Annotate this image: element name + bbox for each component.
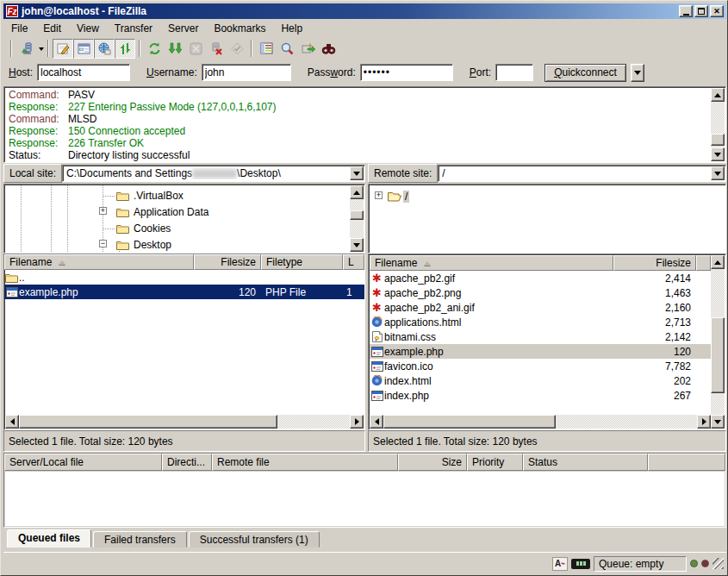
username-input[interactable] <box>202 64 291 81</box>
site-manager-button[interactable] <box>16 39 36 59</box>
tree-item-cookies[interactable]: Cookies <box>5 220 350 236</box>
file-row[interactable]: ✱ apache_pb2.gif 2,414 <box>370 271 711 285</box>
port-input[interactable] <box>495 64 533 81</box>
column-header-filesize[interactable]: Filesize <box>613 255 696 271</box>
local-site-combo[interactable]: C:\Documents and Settings\Desktop\ <box>62 165 365 182</box>
menu-edit[interactable]: Edit <box>35 21 69 36</box>
remote-site-dropdown-button[interactable] <box>711 166 725 180</box>
local-list-horizontal-scrollbar[interactable] <box>5 415 364 429</box>
file-row[interactable]: index.php 267 <box>370 388 711 403</box>
file-row[interactable]: favicon.ico 7,782 <box>370 359 711 373</box>
local-file-list[interactable]: Filename Filesize Filetype L .. example.… <box>3 254 365 430</box>
remote-list-horizontal-scrollbar[interactable] <box>370 415 711 429</box>
remote-file-list[interactable]: Filename Filesize ✱ apache_pb2.gif 2,414… <box>368 254 726 430</box>
column-header-size[interactable]: Size <box>398 454 467 471</box>
column-header-remote-file[interactable]: Remote file <box>212 454 398 471</box>
column-header-filename[interactable]: Filename <box>4 254 194 270</box>
column-header-priority[interactable]: Priority <box>467 454 523 471</box>
scroll-down-button[interactable] <box>711 147 725 161</box>
column-header-filesize[interactable]: Filesize <box>194 254 261 270</box>
column-header-status[interactable]: Status <box>523 454 648 471</box>
site-manager-dropdown-icon[interactable] <box>39 47 44 53</box>
file-row[interactable]: bitnami.css 2,142 <box>370 329 711 344</box>
refresh-button[interactable] <box>144 39 165 59</box>
password-input[interactable] <box>360 64 453 81</box>
menu-transfer[interactable]: Transfer <box>107 21 160 36</box>
toggle-remote-tree-button[interactable] <box>94 39 115 59</box>
column-header-filetype[interactable]: Filetype <box>261 254 343 270</box>
toggle-transfer-queue-button[interactable] <box>115 39 135 59</box>
log-vertical-scrollbar[interactable] <box>711 88 725 161</box>
file-row-example-php-selected[interactable]: example.php 120 <box>370 344 711 359</box>
scroll-up-button[interactable] <box>350 185 364 199</box>
scrollbar-thumb[interactable] <box>350 210 364 220</box>
host-input[interactable] <box>37 64 130 81</box>
tree-item-desktop[interactable]: − Desktop <box>5 236 350 252</box>
directory-comparison-button[interactable] <box>318 39 339 59</box>
scrollbar-thumb[interactable] <box>19 415 277 429</box>
datatype-indicator-icon[interactable]: A⌁ <box>552 557 568 571</box>
encryption-indicator-icon[interactable] <box>571 559 590 569</box>
scroll-up-button[interactable] <box>711 255 725 269</box>
file-row-example-php-selected[interactable]: example.php 120 PHP File 1 <box>4 285 364 299</box>
local-site-dropdown-button[interactable] <box>350 166 364 180</box>
collapse-icon[interactable]: − <box>99 240 107 247</box>
tab-successful-transfers[interactable]: Successful transfers (1) <box>189 531 320 548</box>
local-tree-vertical-scrollbar[interactable] <box>350 185 364 252</box>
close-button[interactable]: ✕ <box>710 5 724 17</box>
remote-site-combo[interactable]: / <box>438 165 726 182</box>
scroll-left-button[interactable] <box>370 415 383 429</box>
file-row[interactable]: applications.html 2,713 <box>370 315 711 329</box>
tree-item-virtualbox[interactable]: .VirtualBox <box>5 187 350 203</box>
menu-server[interactable]: Server <box>160 21 206 36</box>
resize-grip[interactable] <box>712 558 724 569</box>
quickconnect-dropdown-button[interactable] <box>631 64 644 82</box>
tab-queued-files[interactable]: Queued files <box>7 529 91 548</box>
menu-help[interactable]: Help <box>273 21 310 36</box>
scroll-right-button[interactable] <box>697 415 711 429</box>
scroll-down-button[interactable] <box>350 238 364 252</box>
quickconnect-button[interactable]: Quickconnect <box>544 64 626 82</box>
scroll-up-button[interactable] <box>711 88 725 102</box>
toggle-local-tree-button[interactable] <box>73 39 94 59</box>
column-header-lastmodified[interactable]: L <box>343 254 364 270</box>
scrollbar-thumb[interactable] <box>383 415 556 429</box>
expand-icon[interactable]: + <box>375 191 383 199</box>
file-search-button[interactable] <box>277 39 297 59</box>
titlebar[interactable]: Fz john@localhost - FileZilla ✕ <box>3 3 726 19</box>
column-header-server-local-file[interactable]: Server/Local file <box>4 454 162 471</box>
scroll-right-button[interactable] <box>350 415 364 429</box>
menu-view[interactable]: View <box>69 21 107 36</box>
tab-failed-transfers[interactable]: Failed transfers <box>93 531 187 548</box>
minimize-button[interactable] <box>679 5 693 17</box>
remote-list-vertical-scrollbar[interactable] <box>711 255 725 429</box>
maximize-button[interactable] <box>694 5 708 17</box>
reconnect-button[interactable] <box>227 39 247 59</box>
remote-directory-tree[interactable]: + / <box>368 184 726 254</box>
queue-list-empty[interactable] <box>5 472 725 526</box>
tree-item-root[interactable]: + / <box>370 188 725 204</box>
tree-item-application-data[interactable]: + Application Data <box>5 203 350 220</box>
process-queue-button[interactable] <box>165 39 185 59</box>
filter-button[interactable] <box>256 39 277 59</box>
file-row[interactable]: ✱ apache_pb2.png 1,463 <box>370 285 711 300</box>
column-header-filename[interactable]: Filename <box>370 255 613 271</box>
scrollbar-thumb[interactable] <box>711 317 725 393</box>
scroll-down-button[interactable] <box>711 415 725 429</box>
menu-file[interactable]: File <box>3 21 35 36</box>
column-header-direction[interactable]: Directi... <box>162 454 212 471</box>
cancel-button[interactable] <box>185 39 206 59</box>
transfer-queue[interactable]: Server/Local file Directi... Remote file… <box>3 453 726 528</box>
file-row[interactable]: ✱ apache_pb2_ani.gif 2,160 <box>370 300 711 315</box>
menu-bookmarks[interactable]: Bookmarks <box>206 21 273 36</box>
message-log[interactable]: Command:PASV Response:227 Entering Passi… <box>3 86 726 163</box>
file-row[interactable]: index.html 202 <box>370 373 711 388</box>
file-row-parent[interactable]: .. <box>4 270 364 285</box>
toggle-message-log-button[interactable] <box>53 39 73 59</box>
local-directory-tree[interactable]: .VirtualBox + Application Data Cookies −… <box>3 184 365 254</box>
scroll-left-button[interactable] <box>5 415 19 429</box>
disconnect-button[interactable] <box>206 39 227 59</box>
expand-icon[interactable]: + <box>99 207 107 215</box>
synchronized-browsing-button[interactable] <box>297 39 318 59</box>
scrollbar-thumb[interactable] <box>711 134 725 146</box>
